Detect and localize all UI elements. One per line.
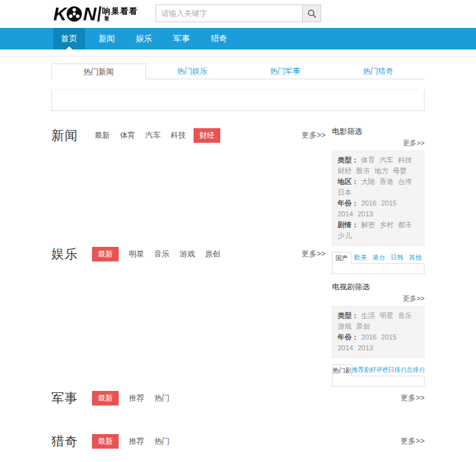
filter-value[interactable]: 地方 [374, 166, 388, 176]
filter-row-label: 剧情： [338, 221, 359, 228]
filter-value[interactable]: 音乐 [398, 310, 412, 321]
news-filter[interactable]: 科技 [171, 130, 186, 141]
filter-value[interactable]: 科技 [398, 155, 412, 166]
movie-filter-panel: 电影筛选 更多>> 类型：体育汽车科技财经股市地方母婴 地区：大陆香港台湾日本 [332, 126, 425, 274]
film-reel-icon [66, 6, 83, 22]
news-filter[interactable]: 财经 [194, 128, 220, 143]
filter-row: 年份：2016201520142013 [338, 198, 419, 220]
logo-divider [97, 6, 101, 22]
tv-rank-tab[interactable]: 好评榜 [370, 364, 388, 376]
filter-value[interactable]: 解密 [361, 220, 375, 230]
tv-more-link[interactable]: 更多>> [332, 294, 425, 303]
movie-more-link[interactable]: 更多>> [332, 138, 425, 148]
logo-chinese-text: 响巢看看 [102, 7, 138, 15]
filter-row: 地区：大陆香港台湾日本 [338, 176, 419, 198]
news-filter[interactable]: 体育 [120, 130, 135, 141]
filter-value[interactable]: 都市 [398, 220, 412, 230]
filter-row: 类型：生活明星音乐游戏原创 [338, 310, 419, 332]
filter-value[interactable]: 大陆 [361, 176, 375, 187]
filter-value[interactable]: 股市 [356, 166, 370, 176]
military-filter[interactable]: 推荐 [129, 393, 144, 404]
main-nav: 首页 新闻 娱乐 军事 猎奇 [0, 28, 476, 50]
hot-tab[interactable]: 热门军事 [239, 63, 332, 79]
military-filter[interactable]: 最新 [92, 391, 119, 406]
filter-value[interactable]: 2013 [357, 343, 373, 353]
filter-value[interactable]: 少儿 [338, 230, 352, 241]
entertainment-filter[interactable]: 音乐 [154, 249, 169, 260]
filter-row: 类型：体育汽车科技财经股市地方母婴 [338, 155, 419, 176]
entertainment-filter[interactable]: 原创 [205, 249, 220, 260]
filter-value[interactable]: 游戏 [338, 321, 352, 332]
logo-letter-k: K [53, 5, 65, 23]
filter-value[interactable]: 乡村 [380, 220, 393, 230]
news-filter[interactable]: 最新 [95, 130, 110, 141]
filter-row: 年份：2016201520142013 [338, 332, 419, 353]
hot-tab[interactable]: 热门娱乐 [146, 63, 239, 79]
nav-item[interactable]: 猎奇 [203, 28, 235, 50]
filter-value[interactable]: 香港 [380, 176, 393, 187]
logo-letter-n: N [83, 5, 95, 23]
tv-tab-content [332, 376, 425, 386]
news-filter[interactable]: 汽车 [145, 130, 161, 141]
filter-row: 剧情：解密乡村都市少儿 [338, 220, 419, 241]
filter-value[interactable]: 体育 [361, 155, 375, 166]
entertainment-more-link[interactable]: 更多>> [301, 249, 326, 260]
filter-value[interactable]: 2014 [338, 343, 353, 353]
movie-region-tab[interactable]: 国产 [332, 252, 352, 264]
military-filter[interactable]: 热门 [154, 393, 169, 404]
filter-value[interactable]: 2015 [381, 332, 396, 343]
movie-region-tab[interactable]: 日韩 [388, 252, 406, 264]
news-more-link[interactable]: 更多>> [301, 130, 326, 141]
section-title-news: 新闻 [51, 127, 78, 144]
hot-tabs-box: 热门新闻 热门娱乐 热门军事 热门猎奇 [51, 63, 425, 111]
filter-value[interactable]: 财经 [338, 166, 352, 176]
tv-rank-tab[interactable]: 推荐剧 [352, 364, 370, 376]
entertainment-filter[interactable]: 游戏 [180, 249, 195, 260]
section-military: 军事 最新推荐热门 更多>> [51, 389, 425, 432]
oddity-filter[interactable]: 最新 [92, 434, 119, 449]
filter-value[interactable]: 2016 [361, 198, 376, 209]
oddity-filter[interactable]: 热门 [154, 436, 169, 447]
filter-value[interactable]: 明星 [380, 310, 393, 321]
movie-region-tab[interactable]: 欧美 [352, 252, 370, 264]
oddity-more-link[interactable]: 更多>> [400, 436, 425, 447]
filter-row-label: 年份： [338, 199, 359, 207]
nav-item[interactable]: 新闻 [91, 28, 122, 50]
filter-value[interactable]: 2015 [381, 198, 396, 209]
filter-value[interactable]: 母婴 [393, 166, 407, 176]
movie-panel-title: 电影筛选 [332, 126, 425, 137]
search-button[interactable] [303, 4, 321, 22]
filter-value[interactable]: 2016 [361, 332, 376, 343]
movie-region-tab[interactable]: 港台 [370, 252, 388, 264]
filter-value[interactable]: 日本 [338, 187, 352, 198]
filter-row-label: 类型： [338, 156, 359, 164]
nav-item[interactable]: 军事 [166, 28, 197, 50]
hot-tab[interactable]: 热门新闻 [51, 63, 146, 79]
entertainment-filter[interactable]: 明星 [129, 249, 144, 260]
nav-item[interactable]: 首页 [53, 28, 85, 50]
section-title-military: 军事 [51, 390, 78, 407]
filter-value[interactable]: 2013 [357, 209, 373, 220]
military-more-link[interactable]: 更多>> [400, 393, 425, 404]
tv-filter-box: 类型：生活明星音乐游戏原创 年份：2016201520142013 [332, 306, 425, 358]
filter-value[interactable]: 2014 [338, 209, 353, 220]
tv-rank-tab[interactable]: 日排行 [388, 364, 406, 376]
site-logo[interactable]: K N 响巢看看 看 [53, 5, 138, 23]
movie-region-tab[interactable]: 其他 [406, 252, 425, 264]
nav-item[interactable]: 娱乐 [128, 28, 160, 50]
entertainment-filter[interactable]: 最新 [92, 247, 119, 261]
logo-sub-text: 看 [104, 16, 138, 22]
movie-tab-content [332, 264, 425, 274]
tv-rank-tab[interactable]: 总排行 [406, 364, 425, 376]
section-entertainment: 娱乐 最新明星音乐游戏原创 更多>> [51, 245, 326, 334]
search-input[interactable] [155, 4, 303, 22]
filter-value[interactable]: 原创 [356, 321, 370, 332]
filter-value[interactable]: 台湾 [398, 176, 412, 187]
tv-rank-tab[interactable]: 热门剧 [332, 364, 352, 376]
filter-row-label: 类型： [338, 312, 359, 319]
hot-tab[interactable]: 热门猎奇 [332, 63, 425, 79]
tv-panel-title: 电视剧筛选 [332, 282, 425, 293]
filter-value[interactable]: 生活 [361, 310, 375, 321]
oddity-filter[interactable]: 推荐 [129, 436, 144, 447]
filter-value[interactable]: 汽车 [380, 155, 393, 166]
